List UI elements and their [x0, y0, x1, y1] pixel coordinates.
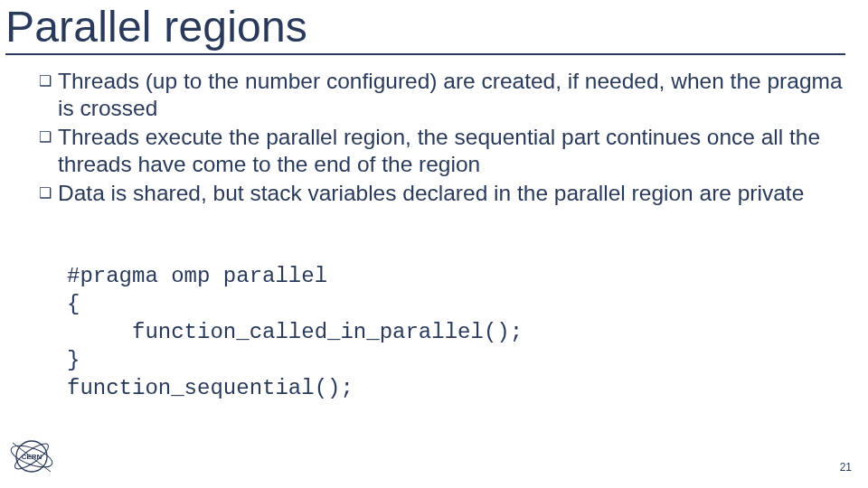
slide: Parallel regions ❑ Threads (up to the nu… — [0, 0, 868, 488]
list-item: ❑ Data is shared, but stack variables de… — [33, 180, 854, 207]
square-bullet-icon: ❑ — [33, 180, 58, 207]
code-line: } — [67, 348, 80, 372]
bullet-list: ❑ Threads (up to the number configured) … — [33, 68, 854, 207]
list-item: ❑ Threads execute the parallel region, t… — [33, 124, 854, 178]
list-item: ❑ Threads (up to the number configured) … — [33, 68, 854, 122]
square-bullet-icon: ❑ — [33, 124, 58, 151]
code-line: function_sequential(); — [67, 376, 354, 400]
bullet-text: Data is shared, but stack variables decl… — [58, 180, 804, 207]
title-underline: Parallel regions — [5, 0, 845, 55]
code-block: #pragma omp parallel { function_called_i… — [67, 234, 854, 402]
page-number: 21 — [840, 461, 852, 474]
cern-logo-icon: CERN — [9, 434, 54, 479]
square-bullet-icon: ❑ — [33, 68, 58, 95]
code-line: { — [67, 292, 80, 316]
code-line: #pragma omp parallel — [67, 264, 327, 288]
svg-text:CERN: CERN — [22, 453, 42, 461]
bullet-text: Threads execute the parallel region, the… — [58, 124, 854, 178]
slide-title: Parallel regions — [5, 2, 845, 52]
code-line: function_called_in_parallel(); — [67, 320, 523, 344]
bullet-text: Threads (up to the number configured) ar… — [58, 68, 854, 122]
